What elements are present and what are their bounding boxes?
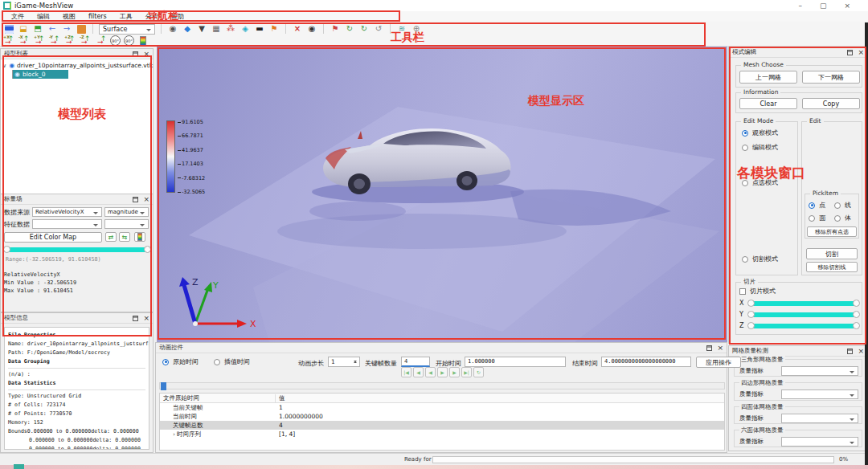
timeline-handle[interactable] [161,382,166,390]
cut-button[interactable]: 切割 [806,248,858,259]
slice-y-slider[interactable] [747,311,860,318]
anim-table-row[interactable]: 关键帧总数4 [160,421,724,430]
quality-metric-select[interactable] [781,389,858,399]
feature-data-select[interactable] [32,219,102,229]
pick-face-radio[interactable]: 面 [809,214,825,222]
copy-button[interactable]: Copy [802,98,860,109]
mesh-grid-icon[interactable]: ▦ [211,24,222,34]
rotate-view-icon[interactable]: ↺ [373,24,384,34]
scalar-range-slider[interactable] [3,246,151,253]
menu-item-6[interactable]: 帮助 [165,12,190,21]
visibility-eye-icon[interactable]: ◉ [9,62,14,69]
first-frame-button[interactable]: |◀ [401,367,411,377]
menu-item-3[interactable]: filters [82,13,113,20]
next-keyframe-button[interactable]: ▶| [461,367,472,377]
viewport-3d[interactable]: X Y Z 91.610566.787141.963717.1403-7.683… [157,47,727,342]
remove-cut-line-button[interactable]: 移除切割线 [806,262,858,272]
expander-icon[interactable]: › [173,430,175,438]
interp-time-radio[interactable]: 插值时间 [214,357,250,366]
clear-button[interactable]: Clear [739,98,797,109]
pick-volume-radio[interactable]: 体 [834,214,851,222]
feature-component-select[interactable] [104,219,149,229]
end-time-field[interactable]: 4.0000000000000000000 [601,357,691,367]
prev-keyframe-button[interactable]: ◀ [413,367,424,377]
close-panel-icon[interactable]: × [143,196,149,202]
step-spinner[interactable]: 1 [328,357,360,367]
cut-mode-radio[interactable]: 切割模式 [742,255,778,263]
apply-button[interactable]: 应用操作 [696,357,741,368]
globe-icon[interactable]: ⊕ [411,24,422,34]
visibility-icon[interactable]: ◉ [306,24,317,34]
menu-item-1[interactable]: 编辑 [31,12,56,21]
rotate-right-90-button[interactable]: 90° [124,35,134,46]
pennant-icon[interactable]: ⚑ [330,24,341,34]
loop-button[interactable]: ↻ [473,367,484,377]
close-panel-icon[interactable]: × [717,345,723,351]
custom-range-icon[interactable]: ⇆ [119,232,130,242]
tree-root-item[interactable]: ∨ ◉ driver_10pointarray_allpoints_justsu… [1,61,153,70]
prev-frame-button[interactable]: ◀ [425,367,436,377]
export-icon[interactable]: ⬒ [32,24,43,34]
eye-icon[interactable]: ◉ [167,24,178,34]
remove-all-picks-button[interactable]: 移除所有点选 [807,226,857,237]
lights-icon[interactable]: ≋ [396,24,407,34]
anim-table-row[interactable]: ›时间序列[1, 4] [160,430,724,438]
point-select-mode-radio[interactable]: 点选模式 [742,178,778,187]
original-time-radio[interactable]: 原始时间 [162,357,199,366]
axis-triad-icon[interactable]: ↑→ [96,36,107,46]
colormap-preset-icon[interactable] [134,232,145,242]
float-panel-icon[interactable] [133,51,138,57]
view-axis-button[interactable]: -Z↑→ [80,35,92,46]
anim-table-row[interactable]: 当前关键帧1 [160,403,724,412]
rescale-range-icon[interactable]: ⇄ [105,232,117,242]
menu-item-2[interactable]: 视图 [56,12,82,21]
anim-table-row[interactable]: 当前时间1.0000000000 [160,412,724,421]
view-axis-button[interactable]: +Y↑→ [34,35,47,46]
float-panel-icon[interactable] [133,197,138,202]
edit-colormap-button[interactable]: Edit Color Map [4,232,102,243]
close-panel-icon[interactable]: × [858,348,864,354]
deselect-icon[interactable]: × [292,24,303,34]
prev-mesh-button[interactable]: 上一网格 [739,71,797,84]
menu-item-4[interactable]: 工具 [113,12,139,21]
timeline-slider[interactable] [159,382,725,389]
ruler-diamond-icon[interactable]: ◈ [240,24,251,34]
view-axis-button[interactable]: +X↑→ [3,35,16,46]
float-panel-icon[interactable] [847,349,853,354]
visibility-eye-icon[interactable]: ◉ [14,71,20,78]
edit-mode-radio[interactable]: 编辑模式 [742,143,778,152]
surface-select[interactable]: Surface [99,24,155,35]
view-axis-button[interactable]: -X↑→ [18,35,31,46]
next-mesh-button[interactable]: 下一网格 [802,71,860,84]
maximize-button[interactable]: ▢ [820,2,827,10]
close-panel-icon[interactable]: × [858,49,864,55]
slice-z-slider[interactable] [747,322,860,329]
flag-pointer-icon[interactable]: ⚑ [268,24,280,34]
menu-item-5[interactable]: 分析 [139,12,165,21]
delete-icon[interactable] [76,24,87,34]
pick-point-radio[interactable]: 点 [809,201,825,210]
quality-metric-select[interactable] [781,414,858,423]
scatter-points-icon[interactable]: ⁂ [225,24,236,34]
rotate-cw-circle-icon[interactable]: ↻ [358,24,370,34]
save-icon[interactable] [3,24,14,34]
float-panel-icon[interactable] [706,345,712,351]
undo-arrow-icon[interactable]: ← [47,24,58,34]
rotate-left-90-button[interactable]: 90° [110,35,121,46]
view-axis-button[interactable]: -Y↑→ [49,35,62,46]
float-panel-icon[interactable] [133,316,138,321]
menu-item-0[interactable]: 文件 [5,12,31,21]
filter-icon[interactable]: ▼ [196,24,207,34]
next-frame-button[interactable]: ▶ [449,367,460,377]
pick-line-radio[interactable]: 线 [834,201,851,210]
tree-child-item-selected[interactable]: ◉ block_0 [12,70,68,79]
close-panel-icon[interactable]: × [143,51,149,57]
quality-metric-select[interactable] [781,366,858,376]
keyboard-icon[interactable]: ▬ [254,24,265,34]
close-panel-icon[interactable]: × [143,315,149,321]
redo-arrow-icon[interactable]: → [61,24,72,34]
minimize-button[interactable]: – [798,2,802,10]
observe-mode-radio[interactable]: 观察模式 [742,128,778,137]
data-source-select[interactable]: RelativeVelocityX [32,207,102,217]
component-select[interactable]: magnitude [104,207,149,217]
